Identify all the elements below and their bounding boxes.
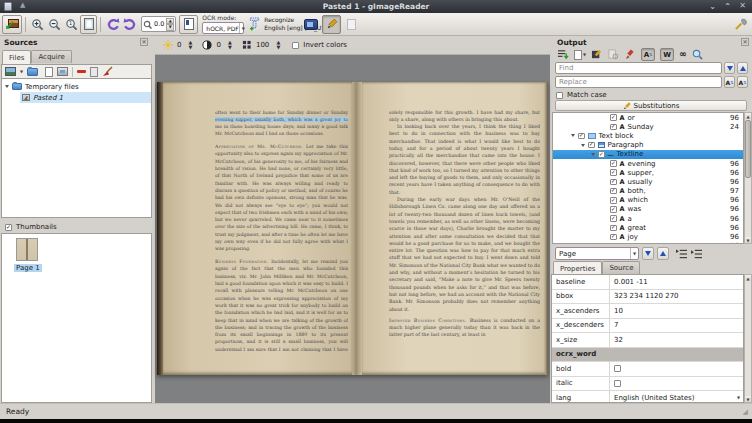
hocr-tree-row[interactable]: ✓Agreat96 [553, 223, 743, 232]
hocr-tree-row[interactable]: ✓—Textline [553, 150, 743, 159]
tab-files[interactable]: Files [2, 50, 31, 64]
maximize-button[interactable]: ⌃ [724, 3, 731, 11]
rotation-spinbox[interactable]: 0.0 ▲▼ [141, 16, 176, 32]
italic-checkbox[interactable] [614, 380, 621, 387]
layout-toggle-button[interactable] [179, 15, 198, 34]
resize-grip[interactable]: ◢ [743, 408, 748, 416]
add-image-button[interactable] [2, 15, 22, 34]
thumbnails-checkbox[interactable]: ✓ [5, 224, 12, 231]
bold-checkbox[interactable] [614, 365, 621, 372]
replace-input[interactable]: Replace [555, 76, 722, 88]
property-value[interactable]: 0.001 -11 [610, 275, 743, 289]
hocr-tree-row[interactable]: ✓Awas96 [553, 205, 743, 214]
item-checkbox[interactable]: ✓ [610, 206, 617, 213]
new-document-button[interactable] [343, 15, 360, 34]
search-output-icon[interactable] [692, 49, 703, 60]
hocr-tree-row[interactable]: ✓Aboth,97 [553, 187, 743, 196]
item-checkbox[interactable]: ✓ [598, 151, 605, 158]
rotate-left-button[interactable] [104, 15, 121, 34]
item-checkbox[interactable]: ✓ [610, 243, 617, 244]
item-checkbox[interactable]: ✓ [588, 142, 595, 149]
image-canvas[interactable]: often went to their home for Sunday dinn… [155, 55, 550, 403]
page-thumbnail[interactable] [16, 238, 38, 261]
selected-source-row[interactable]: Pasted 1 [20, 92, 151, 103]
zoom-original-button[interactable]: 1 [63, 15, 80, 34]
page-down-button[interactable] [642, 247, 654, 260]
property-value[interactable]: English (United States)▼ [610, 391, 743, 403]
highlighted-textline[interactable]: evening supper, usually both, which was … [215, 117, 348, 122]
lang-dropdown-icon[interactable]: ▼ [737, 395, 740, 400]
property-value[interactable] [610, 362, 743, 376]
output-close-icon[interactable]: ✕ [741, 38, 749, 46]
item-checkbox[interactable]: ✓ [610, 114, 617, 121]
open-output-button[interactable]: ▼ [574, 50, 586, 60]
hocr-tree-row[interactable]: ✓Aevening96 [553, 159, 743, 168]
resolution-spin[interactable]: ▲▼ [274, 40, 282, 50]
hocr-tree-row[interactable]: ✓Aor96 [553, 113, 743, 122]
expand-all-icon[interactable] [676, 249, 688, 259]
add-images-icon[interactable] [5, 67, 16, 76]
rotate-right-button[interactable] [121, 15, 138, 34]
invert-colors-checkbox[interactable] [292, 42, 299, 49]
hocr-tree-row[interactable]: ✓Asupper,96 [553, 168, 743, 177]
find-input[interactable]: Find [555, 62, 722, 74]
expander-icon[interactable] [5, 85, 9, 88]
zoom-fit-button[interactable] [80, 15, 97, 34]
substitutions-button[interactable]: Substitutions [555, 100, 747, 111]
close-button[interactable]: ✕ [739, 2, 746, 10]
export-icon[interactable] [557, 49, 569, 60]
zoom-out-button[interactable] [46, 15, 63, 34]
collapse-all-icon[interactable] [691, 249, 703, 259]
property-value[interactable]: 7 [610, 319, 743, 333]
sources-close-icon[interactable]: ✕ [140, 38, 148, 46]
tab-properties[interactable]: Properties [553, 261, 602, 275]
property-value[interactable]: 10 [610, 304, 743, 318]
item-checkbox[interactable]: ✓ [610, 160, 617, 167]
replace-all-button[interactable]: A⇅ [737, 76, 748, 88]
add-images-dropdown-icon[interactable]: ▼ [20, 69, 23, 74]
replace-button[interactable]: A⇅ [724, 76, 735, 88]
expander-icon[interactable] [571, 134, 575, 137]
item-checkbox[interactable]: ✓ [610, 188, 617, 195]
rotation-spin-buttons[interactable]: ▲▼ [166, 18, 174, 31]
item-checkbox[interactable]: ✓ [610, 179, 617, 186]
tree-scrollbar[interactable]: ▲ ▼ [744, 112, 752, 244]
clear-sources-icon[interactable] [102, 66, 114, 77]
remove-source-icon[interactable] [77, 70, 86, 73]
strip-formatting-icon[interactable] [624, 49, 636, 60]
page-combo[interactable]: Page▼ [555, 247, 639, 260]
match-case-checkbox[interactable] [556, 92, 563, 99]
tab-acquire[interactable]: Acquire [31, 50, 71, 63]
expander-icon[interactable] [581, 144, 585, 147]
confidence-toggle[interactable]: W [660, 48, 674, 61]
find-prev-button[interactable] [737, 62, 748, 74]
output-pane-button[interactable] [302, 15, 319, 34]
hocr-tree-row[interactable]: ✓Text block [553, 131, 743, 140]
settings-button[interactable] [732, 15, 749, 34]
hocr-tree-row[interactable]: ✓Aa96 [553, 214, 743, 223]
property-value[interactable]: 323 234 1120 270 [610, 290, 743, 304]
hocr-tree-row[interactable]: ✓Ausually96 [553, 177, 743, 186]
item-checkbox[interactable]: ✓ [610, 234, 617, 241]
delete-source-icon[interactable] [90, 67, 98, 77]
item-checkbox[interactable]: ✓ [610, 215, 617, 222]
minimize-button[interactable]: ⌄ [709, 3, 716, 11]
font-filter-toggle[interactable]: A⇅ [641, 48, 655, 61]
zoom-in-button[interactable] [29, 15, 46, 34]
infinity-icon[interactable]: ∞ [679, 50, 687, 59]
substitution-edit-icon[interactable] [591, 49, 603, 60]
resolution-value[interactable]: 100 [256, 41, 269, 49]
item-checkbox[interactable]: ✓ [610, 124, 617, 131]
brightness-spin[interactable]: ▲▼ [186, 40, 194, 50]
hocr-tree-row[interactable]: ✓Paragraph [553, 141, 743, 150]
paste-icon[interactable] [45, 67, 53, 77]
find-next-button[interactable] [724, 62, 735, 74]
hocr-tree-row[interactable]: ✓ASunday24 [553, 122, 743, 131]
tree-item-pasted-1[interactable]: Pasted 1 [2, 92, 151, 103]
hocr-tree-row[interactable]: ✓Ajoy96 [553, 232, 743, 241]
tab-source[interactable]: Source [602, 261, 640, 274]
hocr-tree-row[interactable]: ✓Awhich96 [553, 196, 743, 205]
tree-item-temporary-files[interactable]: Temporary files [2, 81, 151, 92]
property-value[interactable] [610, 377, 743, 391]
item-checkbox[interactable]: ✓ [578, 133, 585, 140]
